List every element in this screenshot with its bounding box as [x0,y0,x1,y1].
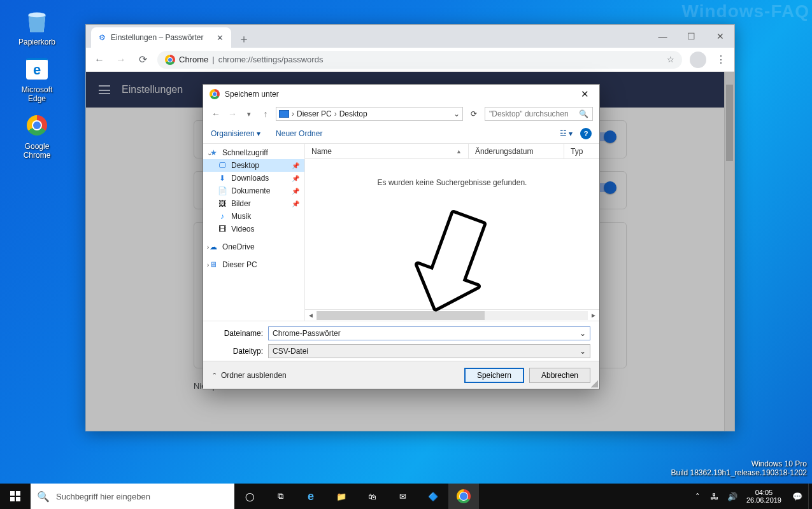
omnibox[interactable]: Chrome | chrome://settings/passwords ☆ [157,51,682,69]
cortana-button[interactable]: ◯ [234,484,265,509]
column-headers[interactable]: Name▲ Änderungsdatum Typ [305,144,599,159]
pin-icon: 📌 [292,162,299,169]
taskbar: 🔍 Suchbegriff hier eingeben ◯ ⧉ e 📁 🛍 ✉ … [0,484,812,509]
save-as-dialog: Speichern unter ✕ ← → ▾ ↑ › Dieser PC › … [203,84,600,389]
window-controls: — ☐ ✕ [648,25,734,48]
cloud-icon: ☁ [208,242,218,251]
tray-network-icon[interactable]: 🖧 [706,484,723,509]
resize-grip[interactable] [590,380,598,387]
maximize-button[interactable]: ☐ [677,25,706,48]
hide-folders-toggle[interactable]: ⌄Ordner ausblenden [212,371,287,380]
dialog-close-button[interactable]: ✕ [577,88,593,100]
watermark-build-line: Build 18362.19h1_release.190318-1202 [671,468,807,477]
close-tab-icon[interactable]: ✕ [217,33,224,43]
nav-reload-button[interactable]: ⟳ [136,53,150,66]
dialog-search-input[interactable]: "Desktop" durchsuchen 🔍 [485,107,593,121]
taskbar-search[interactable]: 🔍 Suchbegriff hier eingeben [31,484,234,509]
clock-date: 26.06.2019 [746,496,781,504]
watermark-edition: Windows 10 Pro [671,459,807,468]
recycle-bin-icon [22,6,52,36]
tree-downloads[interactable]: ⬇Downloads📌 [203,172,304,185]
col-type[interactable]: Typ [564,144,599,158]
profile-avatar[interactable] [690,52,706,68]
picture-icon: 🖼 [217,199,227,208]
nav-back-button[interactable]: ← [210,109,222,119]
nav-recent-button[interactable]: ▾ [243,110,255,118]
star-icon[interactable]: ☆ [667,55,674,64]
view-options-button[interactable]: ☳ ▾ [560,129,573,138]
taskbar-app-generic[interactable]: 🔷 [418,484,448,509]
tree-documents[interactable]: 📄Dokumente📌 [203,185,304,197]
pin-icon: 📌 [292,175,299,182]
organize-menu[interactable]: Organisieren ▾ [211,129,260,138]
icon-label: Google Chrome [11,142,62,160]
nav-forward-button[interactable]: → [114,54,128,66]
sort-asc-icon: ▲ [456,148,462,155]
desktop-icon-edge[interactable]: e Microsoft Edge [11,54,62,103]
chevron-down-icon[interactable]: ⌄ [580,347,586,356]
minimize-button[interactable]: — [648,25,677,48]
nav-back-button[interactable]: ← [92,54,106,66]
col-name[interactable]: Name▲ [305,144,469,158]
cancel-button[interactable]: Abbrechen [529,368,590,383]
chrome-menu-button[interactable]: ⋮ [714,53,728,66]
save-button[interactable]: Speichern [464,368,524,383]
taskbar-app-edge[interactable]: e [296,484,326,509]
nav-up-button[interactable]: ↑ [259,109,272,119]
nav-forward-button[interactable]: → [226,109,239,119]
action-center-button[interactable]: 💬 [787,484,808,509]
new-tab-button[interactable]: ＋ [235,30,253,48]
new-folder-button[interactable]: Neuer Ordner [276,129,322,138]
tray-overflow-button[interactable]: ˄ [690,484,706,509]
taskbar-app-explorer[interactable]: 📁 [326,484,357,509]
tree-onedrive[interactable]: ›☁OneDrive [203,241,304,253]
tree-desktop[interactable]: 🖵Desktop📌 [203,159,304,172]
tray-volume-icon[interactable]: 🔊 [723,484,741,509]
show-desktop-button[interactable] [808,484,812,509]
svg-rect-3 [10,497,15,501]
taskbar-app-mail[interactable]: ✉ [387,484,418,509]
desktop-icons: Papierkorb e Microsoft Edge Google Chrom… [11,6,69,167]
chrome-icon [22,111,52,140]
filetype-value: CSV-Datei [273,347,308,356]
watermark-faq: Windows-FAQ [681,1,809,22]
breadcrumb[interactable]: › Dieser PC › Desktop ⌄ [276,107,463,121]
search-icon: 🔍 [37,491,50,503]
tree-pictures[interactable]: 🖼Bilder📌 [203,197,304,210]
taskbar-app-chrome[interactable] [448,484,479,509]
desktop-icon-chrome[interactable]: Google Chrome [11,111,62,160]
gear-icon: ⚙ [99,33,106,42]
help-icon[interactable]: ? [580,128,592,139]
svg-rect-4 [16,497,20,501]
dialog-titlebar: Speichern unter ✕ [203,85,599,104]
filename-input[interactable]: Chrome-Passwörter⌄ [268,326,590,340]
chevron-down-icon[interactable]: ⌄ [453,109,460,118]
filetype-select[interactable]: CSV-Datei⌄ [268,344,590,358]
icon-label: Papierkorb [11,38,62,46]
tree-videos[interactable]: 🎞Videos [203,223,304,235]
video-icon: 🎞 [217,225,227,234]
thispc-icon [279,110,289,118]
tray-clock[interactable]: 04:05 26.06.2019 [741,489,787,504]
scroll-right-icon[interactable]: ► [588,312,599,319]
taskbar-app-store[interactable]: 🛍 [357,484,387,509]
tree-quick-access[interactable]: ⌄★Schnellzugriff [203,146,304,159]
breadcrumb-segment[interactable]: Desktop [339,109,367,118]
scroll-left-icon[interactable]: ◄ [305,312,317,319]
horizontal-scrollbar[interactable]: ◄ ► [305,309,599,321]
desktop-icon-recycle-bin[interactable]: Papierkorb [11,6,62,46]
omnibox-label: Chrome [179,55,208,64]
start-button[interactable] [0,484,31,509]
chrome-tab-settings[interactable]: ⚙ Einstellungen – Passwörter ✕ [91,27,231,48]
omnibox-url: chrome://settings/passwords [218,55,324,64]
taskview-button[interactable]: ⧉ [265,484,296,509]
tree-music[interactable]: ♪Musik [203,210,304,223]
chrome-icon [165,55,175,65]
refresh-button[interactable]: ⟳ [467,109,481,118]
breadcrumb-segment[interactable]: Dieser PC [297,109,332,118]
close-window-button[interactable]: ✕ [706,25,734,48]
chevron-down-icon[interactable]: ⌄ [580,329,586,338]
tree-thispc[interactable]: ›🖥Dieser PC [203,258,304,271]
icon-label: Microsoft Edge [11,85,62,103]
col-date[interactable]: Änderungsdatum [469,144,564,158]
